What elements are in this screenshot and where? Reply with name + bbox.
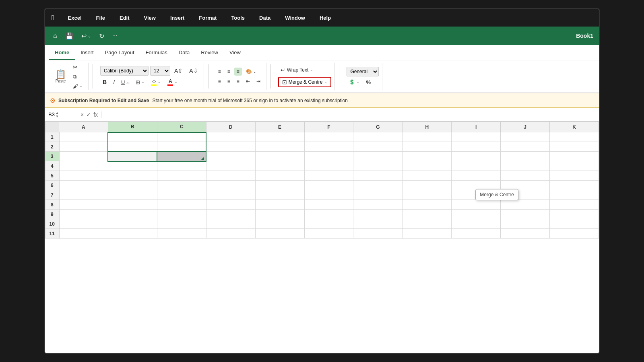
- align-top-btn[interactable]: ≡: [216, 68, 223, 76]
- cell-h4[interactable]: [402, 161, 452, 171]
- cell-j9[interactable]: [501, 210, 550, 219]
- confirm-formula-btn[interactable]: ✓: [86, 111, 91, 118]
- cell-i5[interactable]: [452, 171, 501, 181]
- cell-k10[interactable]: [550, 219, 599, 229]
- cell-d4[interactable]: [206, 161, 255, 171]
- cell-b2[interactable]: [108, 142, 157, 152]
- cut-button[interactable]: ✂: [70, 63, 85, 72]
- cell-i2[interactable]: [452, 142, 501, 152]
- cell-j1[interactable]: [501, 132, 550, 142]
- cell-f9[interactable]: [304, 210, 353, 219]
- cell-d1[interactable]: [206, 132, 255, 142]
- cell-i8[interactable]: [452, 200, 501, 210]
- cell-g6[interactable]: [353, 181, 402, 190]
- col-header-h[interactable]: H: [402, 122, 452, 132]
- cell-j8[interactable]: [501, 200, 550, 210]
- cell-g5[interactable]: [353, 171, 402, 181]
- cell-e8[interactable]: [255, 200, 304, 210]
- cell-c8[interactable]: [157, 200, 206, 210]
- cell-k4[interactable]: [550, 161, 599, 171]
- cell-k6[interactable]: [550, 181, 599, 190]
- cell-e9[interactable]: [255, 210, 304, 219]
- col-header-e[interactable]: E: [255, 122, 304, 132]
- cell-c11[interactable]: [157, 229, 206, 239]
- more-toolbar-btn[interactable]: ···: [110, 31, 120, 41]
- border-button[interactable]: ⊞ ⌄: [133, 78, 147, 86]
- cell-h3[interactable]: [402, 152, 452, 161]
- cancel-formula-btn[interactable]: ×: [80, 111, 84, 118]
- cell-a1[interactable]: [59, 132, 108, 142]
- cell-k7[interactable]: [550, 190, 599, 200]
- apple-icon[interactable]: : [52, 14, 54, 22]
- cell-a5[interactable]: [59, 171, 108, 181]
- cell-g4[interactable]: [353, 161, 402, 171]
- cell-d2[interactable]: [206, 142, 255, 152]
- cell-i11[interactable]: [452, 229, 501, 239]
- cell-k1[interactable]: [550, 132, 599, 142]
- align-bottom-btn[interactable]: ≡: [234, 68, 242, 76]
- cell-e2[interactable]: [255, 142, 304, 152]
- cell-j11[interactable]: [501, 229, 550, 239]
- cell-c3[interactable]: [157, 152, 206, 161]
- cell-f4[interactable]: [304, 161, 353, 171]
- col-header-g[interactable]: G: [353, 122, 402, 132]
- decrease-font-btn[interactable]: A⇩: [187, 66, 200, 75]
- cell-a3[interactable]: [59, 152, 108, 161]
- align-left-btn[interactable]: ≡: [216, 77, 223, 85]
- wrap-text-button[interactable]: ↵ Wrap Text ⌄: [278, 66, 316, 74]
- cell-a7[interactable]: [59, 190, 108, 200]
- cell-j5[interactable]: [501, 171, 550, 181]
- cell-j2[interactable]: [501, 142, 550, 152]
- cell-c5[interactable]: [157, 171, 206, 181]
- cell-g10[interactable]: [353, 219, 402, 229]
- cell-f8[interactable]: [304, 200, 353, 210]
- cell-a4[interactable]: [59, 161, 108, 171]
- col-header-a[interactable]: A: [59, 122, 108, 132]
- cell-e3[interactable]: [255, 152, 304, 161]
- tab-view[interactable]: View: [224, 46, 246, 60]
- cell-j4[interactable]: [501, 161, 550, 171]
- paste-button[interactable]: 📋 Paste: [52, 68, 69, 85]
- cell-d10[interactable]: [206, 219, 255, 229]
- cell-h2[interactable]: [402, 142, 452, 152]
- cell-f10[interactable]: [304, 219, 353, 229]
- cell-g2[interactable]: [353, 142, 402, 152]
- cell-b10[interactable]: [108, 219, 157, 229]
- menu-data[interactable]: Data: [257, 13, 273, 23]
- cell-f7[interactable]: [304, 190, 353, 200]
- cell-i10[interactable]: [452, 219, 501, 229]
- tab-review[interactable]: Review: [195, 46, 224, 60]
- cell-a10[interactable]: [59, 219, 108, 229]
- redo-toolbar-btn[interactable]: ↻: [97, 31, 107, 41]
- cell-f2[interactable]: [304, 142, 353, 152]
- tab-home[interactable]: Home: [49, 46, 75, 60]
- save-toolbar-btn[interactable]: 💾: [63, 31, 76, 41]
- cell-k5[interactable]: [550, 171, 599, 181]
- col-header-d[interactable]: D: [206, 122, 255, 132]
- col-header-j[interactable]: J: [501, 122, 550, 132]
- percent-btn[interactable]: %: [363, 78, 373, 86]
- cell-a11[interactable]: [59, 229, 108, 239]
- cell-i7[interactable]: [452, 190, 501, 200]
- cell-b3[interactable]: [108, 152, 157, 161]
- font-name-select[interactable]: Calibri (Body): [100, 66, 149, 76]
- cell-e1[interactable]: [255, 132, 304, 142]
- italic-button[interactable]: I: [111, 78, 117, 86]
- cell-d11[interactable]: [206, 229, 255, 239]
- cell-b11[interactable]: [108, 229, 157, 239]
- cell-c2[interactable]: [157, 142, 206, 152]
- cell-f11[interactable]: [304, 229, 353, 239]
- tab-formulas[interactable]: Formulas: [140, 46, 173, 60]
- underline-button[interactable]: U ⌄: [119, 78, 132, 86]
- spreadsheet-container[interactable]: A B C D E F G H I J K 1: [45, 121, 599, 353]
- cell-i4[interactable]: [452, 161, 501, 171]
- cell-k8[interactable]: [550, 200, 599, 210]
- cell-c4[interactable]: [157, 161, 206, 171]
- cell-b5[interactable]: [108, 171, 157, 181]
- cell-k11[interactable]: [550, 229, 599, 239]
- copy-button[interactable]: ⧉: [70, 72, 85, 81]
- cell-d3[interactable]: [206, 152, 255, 161]
- cell-c10[interactable]: [157, 219, 206, 229]
- fx-btn[interactable]: fx: [93, 111, 98, 118]
- cell-g7[interactable]: [353, 190, 402, 200]
